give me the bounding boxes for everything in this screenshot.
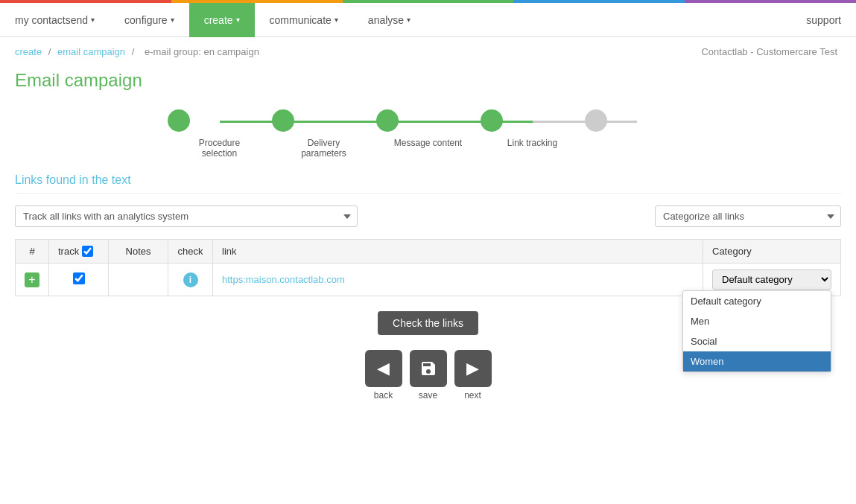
- nav-label: create: [204, 14, 233, 26]
- breadcrumb-email-campaign[interactable]: email campaign: [57, 46, 125, 57]
- step-link-tracking: Link tracking: [481, 109, 585, 148]
- nav-label: configure: [124, 14, 168, 26]
- th-check: check: [168, 240, 213, 264]
- main-content: Links found in the text Track all links …: [0, 173, 856, 401]
- chevron-down-icon: ▾: [236, 16, 240, 24]
- th-track: track: [49, 240, 109, 264]
- row-notes-cell: [109, 264, 168, 296]
- step-delivery-parameters: Delivery parameters: [272, 109, 376, 159]
- category-select-wrapper: Default category Default category Men So…: [712, 269, 831, 290]
- category-select[interactable]: Default category: [712, 269, 831, 290]
- row-link-cell: https:maison.contactlab.com: [213, 264, 703, 296]
- chevron-down-icon: ▾: [335, 16, 338, 24]
- category-option-women[interactable]: Women: [683, 351, 831, 371]
- nav-label: communicate: [270, 14, 332, 26]
- stepper: Procedure selection Delivery parameters …: [168, 109, 689, 159]
- step-5: [585, 109, 689, 138]
- chevron-down-icon: ▾: [91, 16, 95, 24]
- save-button[interactable]: [410, 350, 447, 387]
- next-btn-group: ▶ next: [454, 350, 492, 401]
- plus-icon[interactable]: +: [25, 272, 39, 287]
- breadcrumb-current: e-mail group: en campaign: [145, 46, 259, 57]
- step-circle-3: [376, 109, 399, 132]
- back-label: back: [374, 390, 393, 401]
- nav-communicate[interactable]: communicate ▾: [255, 3, 353, 37]
- page-title: Email campaign: [0, 66, 856, 102]
- next-button[interactable]: ▶: [454, 350, 492, 387]
- th-link: link: [213, 240, 703, 264]
- track-all-checkbox[interactable]: [82, 246, 93, 257]
- stepper-container: Procedure selection Delivery parameters …: [0, 102, 856, 173]
- breadcrumb-right: Contactlab - Customercare Test: [701, 46, 837, 57]
- breadcrumb-create[interactable]: create: [15, 46, 42, 57]
- nav-analyse[interactable]: analyse ▾: [353, 3, 425, 37]
- save-icon: [419, 360, 437, 377]
- dropdowns-row: Track all links with an analytics system…: [15, 205, 841, 227]
- step-procedure-selection: Procedure selection: [168, 109, 272, 159]
- row-expand[interactable]: +: [16, 264, 49, 296]
- nav-create[interactable]: create ▾: [189, 3, 255, 37]
- back-btn-group: ◀ back: [365, 350, 402, 401]
- step-circle-5: [585, 109, 607, 132]
- step-circle-2: [272, 109, 294, 132]
- breadcrumb: Contactlab - Customercare Test create / …: [0, 37, 856, 66]
- track-dropdown[interactable]: Track all links with an analytics system…: [15, 205, 358, 227]
- top-nav: my contactsend ▾ configure ▾ create ▾ co…: [0, 3, 856, 37]
- th-hash: #: [16, 240, 49, 264]
- table-row: + i https:maison.contactlab.com Default …: [16, 264, 841, 296]
- nav-support[interactable]: support: [791, 14, 856, 26]
- nav-my-contactsend[interactable]: my contactsend ▾: [0, 3, 110, 37]
- chevron-down-icon: ▾: [407, 16, 410, 24]
- links-table: # track Notes check link Category +: [15, 239, 841, 296]
- info-icon[interactable]: i: [183, 272, 198, 287]
- step-circle-1: [168, 109, 190, 132]
- row-track-checkbox[interactable]: [73, 272, 85, 284]
- step-circle-4: [481, 109, 503, 132]
- row-link[interactable]: https:maison.contactlab.com: [222, 274, 345, 285]
- save-btn-group: save: [410, 350, 447, 401]
- step-label-3: Message content: [394, 138, 462, 148]
- nav-label: analyse: [368, 14, 404, 26]
- categorize-dropdown[interactable]: Categorize all links Default category Me…: [655, 205, 841, 227]
- row-track-cell: [49, 264, 109, 296]
- nav-label: my contactsend: [15, 14, 88, 26]
- step-message-content: Message content: [376, 109, 481, 148]
- row-check-cell: i: [168, 264, 213, 296]
- th-category: Category: [703, 240, 841, 264]
- row-category-cell: Default category Default category Men So…: [703, 264, 841, 296]
- next-label: next: [464, 390, 481, 401]
- section-title: Links found in the text: [15, 173, 841, 194]
- step-label-4: Link tracking: [507, 138, 557, 148]
- check-links-button[interactable]: Check the links: [378, 311, 478, 335]
- step-label-1: Procedure selection: [183, 138, 257, 159]
- chevron-down-icon: ▾: [171, 16, 174, 24]
- category-dropdown-open: Default category Men Social Women: [682, 290, 831, 372]
- save-label: save: [419, 390, 437, 401]
- category-option-men[interactable]: Men: [683, 311, 831, 331]
- category-option-social[interactable]: Social: [683, 331, 831, 351]
- category-option-default[interactable]: Default category: [683, 291, 831, 311]
- nav-configure[interactable]: configure ▾: [110, 3, 189, 37]
- th-notes: Notes: [109, 240, 168, 264]
- back-button[interactable]: ◀: [365, 350, 402, 387]
- step-label-2: Delivery parameters: [287, 138, 361, 159]
